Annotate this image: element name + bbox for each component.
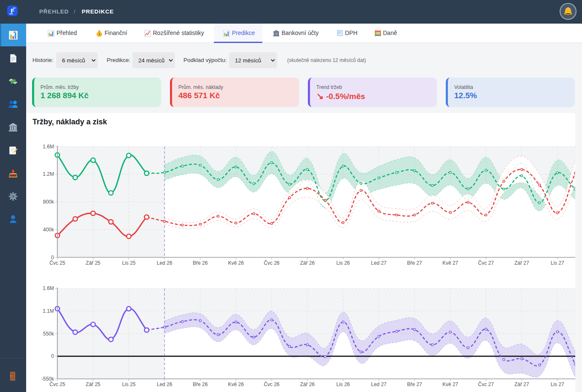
svg-text:Čvc 26: Čvc 26 [264, 381, 280, 387]
svg-text:Led 27: Led 27 [371, 260, 387, 266]
svg-text:Kvě 27: Kvě 27 [442, 260, 458, 266]
svg-text:Zář 27: Zář 27 [515, 260, 529, 266]
svg-text:1.1M: 1.1M [43, 308, 54, 314]
svg-text:Bře 26: Bře 26 [193, 260, 208, 266]
svg-text:800k: 800k [43, 199, 54, 205]
svg-text:Zář 26: Zář 26 [300, 381, 315, 387]
svg-text:$: $ [99, 32, 100, 35]
svg-text:-550k: -550k [41, 376, 54, 382]
svg-text:Zář 27: Zář 27 [515, 381, 529, 387]
svg-text:Led 26: Led 26 [157, 381, 172, 387]
svg-text:0: 0 [51, 353, 54, 359]
svg-text:Led 27: Led 27 [371, 381, 387, 387]
svg-text:1.6M: 1.6M [43, 285, 54, 291]
svg-text:Bře 26: Bře 26 [193, 381, 208, 387]
svg-text:Čvc 27: Čvc 27 [478, 381, 494, 387]
svg-text:Čvc 25: Čvc 25 [49, 381, 65, 387]
svg-text:Bře 27: Bře 27 [407, 381, 422, 387]
svg-text:Kvě 26: Kvě 26 [228, 260, 244, 266]
svg-text:1.2M: 1.2M [43, 171, 54, 177]
svg-text:Lis 25: Lis 25 [122, 381, 135, 387]
svg-text:Čvc 27: Čvc 27 [478, 260, 494, 266]
svg-text:Kvě 27: Kvě 27 [442, 381, 458, 387]
svg-text:Lis 25: Lis 25 [122, 260, 135, 266]
svg-text:Zář 25: Zář 25 [86, 381, 100, 387]
svg-text:0: 0 [51, 255, 54, 260]
svg-text:550k: 550k [43, 331, 54, 337]
svg-text:Lis 26: Lis 26 [336, 260, 350, 266]
svg-text:Lis 27: Lis 27 [551, 260, 564, 266]
svg-text:Lis 26: Lis 26 [336, 381, 350, 387]
svg-text:Lis 27: Lis 27 [551, 381, 564, 387]
svg-text:Čvc 25: Čvc 25 [49, 260, 65, 266]
svg-text:Led 26: Led 26 [157, 260, 172, 266]
svg-text:400k: 400k [43, 227, 54, 233]
svg-text:1.6M: 1.6M [43, 144, 54, 150]
svg-text:Čvc 26: Čvc 26 [264, 260, 280, 266]
svg-text:Bře 27: Bře 27 [407, 260, 422, 266]
svg-text:Zář 25: Zář 25 [86, 260, 100, 266]
svg-text:Kvě 26: Kvě 26 [228, 381, 244, 387]
svg-text:Zář 26: Zář 26 [300, 260, 315, 266]
